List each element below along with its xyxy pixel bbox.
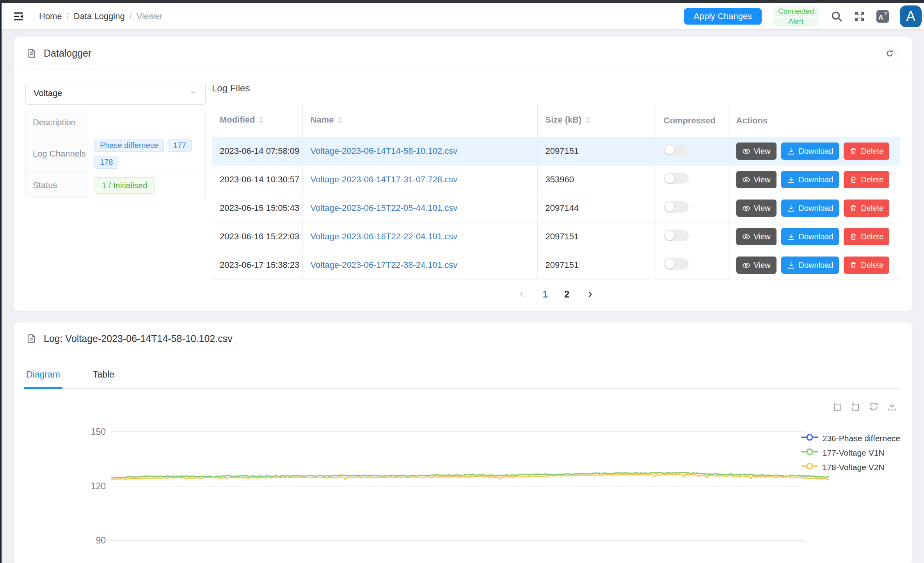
legend-item[interactable]: 178-Voltage V2N — [801, 462, 900, 472]
legend-item[interactable]: 177-Voltage V1N — [801, 448, 900, 458]
collapsed-sidebar — [0, 3, 2, 563]
cell-name: Voltage-2023-06-14T17-31-07.728.csv — [302, 166, 537, 194]
column-header[interactable]: Name — [302, 104, 537, 137]
download-button-label: Download — [799, 147, 833, 156]
delete-button-label: Delete — [861, 261, 883, 270]
sort-caret-icon[interactable] — [585, 116, 591, 126]
log-tabs: DiagramTable — [25, 369, 900, 389]
log-files-table: ModifiedNameSize (kB)CompressedActions 2… — [212, 104, 900, 280]
pagination-page[interactable]: 1 — [543, 289, 548, 300]
download-button[interactable]: Download — [781, 228, 839, 245]
channel-group-select[interactable]: Voltage — [25, 82, 206, 105]
pagination-next-icon[interactable] — [586, 290, 594, 299]
cell-modified: 2023-06-14 07:58:09 — [212, 137, 302, 166]
file-link[interactable]: Voltage-2023-06-17T22-38-24.101.csv — [311, 260, 458, 270]
breadcrumb-item[interactable]: Home — [39, 11, 62, 21]
pagination-prev-icon[interactable] — [518, 290, 526, 299]
cell-size: 2097144 — [537, 194, 656, 223]
delete-button-label: Delete — [861, 147, 883, 156]
breadcrumb-separator: / — [130, 11, 132, 21]
column-header: Compressed — [656, 104, 728, 137]
channel-panel: Voltage DescriptionLog ChannelsPhase dif… — [25, 82, 206, 300]
actions-cell: ViewDownloadDelete — [736, 228, 893, 245]
cell-name: Voltage-2023-06-17T22-38-24.101.csv — [302, 251, 537, 280]
file-link[interactable]: Voltage-2023-06-15T22-05-44.101.csv — [311, 203, 458, 213]
table-row: 2023-06-16 15:22:03Voltage-2023-06-16T22… — [212, 223, 900, 251]
cell-size: 2097151 — [537, 223, 656, 251]
status-badge: Connected — [773, 7, 819, 16]
page-content: Datalogger Voltage DescriptionLog Channe… — [2, 29, 924, 563]
delete-button[interactable]: Delete — [844, 200, 889, 217]
compressed-toggle[interactable] — [664, 201, 689, 213]
cell-actions: ViewDownloadDelete — [728, 251, 900, 280]
channel-properties: DescriptionLog ChannelsPhase differnece1… — [25, 110, 206, 198]
actions-cell: ViewDownloadDelete — [736, 200, 893, 217]
legend-item[interactable]: 236-Phase differnece — [801, 433, 900, 443]
compressed-toggle[interactable] — [664, 258, 689, 270]
delete-button[interactable]: Delete — [844, 257, 889, 274]
actions-cell: ViewDownloadDelete — [736, 143, 893, 160]
delete-button[interactable]: Delete — [844, 171, 889, 188]
y-axis-label: 150 — [91, 427, 106, 437]
column-header[interactable]: Size (kB) — [537, 104, 656, 137]
tab-diagram[interactable]: Diagram — [26, 369, 60, 388]
breadcrumb: Home/Data Logging/Viewer — [39, 11, 163, 21]
download-button-label: Download — [799, 232, 833, 241]
breadcrumb-item[interactable]: Data Logging — [74, 11, 125, 21]
column-header: Actions — [728, 104, 900, 137]
download-button[interactable]: Download — [781, 200, 839, 217]
cell-modified: 2023-06-17 15:38:23 — [212, 251, 302, 280]
cell-compressed — [656, 137, 728, 166]
channel-tag: 177 — [168, 139, 192, 152]
view-button[interactable]: View — [736, 143, 777, 160]
pagination-page[interactable]: 2 — [564, 289, 569, 300]
chart-legend: 236-Phase differnece177-Voltage V1N178-V… — [801, 433, 900, 472]
channel-group-selected: Voltage — [34, 88, 62, 98]
property-row: Log ChannelsPhase differnece177178 — [26, 135, 205, 173]
property-row: Status1 / Initialised — [26, 173, 205, 198]
legend-label: 236-Phase differnece — [823, 434, 900, 443]
delete-button[interactable]: Delete — [844, 228, 889, 245]
compressed-toggle[interactable] — [664, 173, 689, 184]
view-button[interactable]: View — [736, 228, 777, 245]
apply-changes-button[interactable]: Apply Changes — [684, 8, 762, 25]
delete-button-label: Delete — [861, 175, 883, 184]
compressed-toggle[interactable] — [664, 230, 689, 241]
legend-marker-icon — [801, 448, 819, 458]
column-header[interactable]: Modified — [212, 104, 302, 137]
file-link[interactable]: Voltage-2023-06-16T22-22-04.101.csv — [311, 232, 458, 241]
tab-table[interactable]: Table — [93, 369, 114, 388]
cell-compressed — [656, 223, 728, 251]
view-button[interactable]: View — [736, 257, 777, 274]
view-button[interactable]: View — [736, 200, 777, 217]
cell-compressed — [656, 166, 728, 194]
file-link[interactable]: Voltage-2023-06-14T14-58-10.102.csv — [311, 146, 458, 156]
sort-caret-icon[interactable] — [337, 116, 343, 126]
status-badge: Alert — [773, 17, 819, 26]
view-button-label: View — [754, 147, 771, 156]
file-link[interactable]: Voltage-2023-06-14T17-31-07.728.csv — [311, 175, 458, 184]
fullscreen-icon[interactable] — [854, 11, 865, 22]
compressed-toggle[interactable] — [664, 144, 689, 156]
cell-name: Voltage-2023-06-16T22-22-04.101.csv — [302, 223, 537, 251]
translate-icon[interactable]: A文 — [876, 10, 889, 23]
delete-button[interactable]: Delete — [844, 143, 889, 160]
download-button[interactable]: Download — [781, 171, 839, 188]
view-button-label: View — [754, 204, 771, 213]
search-icon[interactable] — [830, 10, 843, 23]
cell-actions: ViewDownloadDelete — [728, 137, 900, 166]
cell-modified: 2023-06-15 15:05:43 — [212, 194, 302, 223]
download-button[interactable]: Download — [781, 143, 839, 160]
property-label: Description — [26, 110, 88, 135]
cell-name: Voltage-2023-06-15T22-05-44.101.csv — [302, 194, 537, 223]
property-row: Description — [26, 110, 205, 135]
table-header-row: ModifiedNameSize (kB)CompressedActions — [212, 104, 900, 137]
avatar[interactable]: A — [900, 5, 922, 27]
menu-fold-icon[interactable] — [12, 11, 24, 22]
page-title: Datalogger — [44, 48, 91, 59]
refresh-button[interactable] — [881, 45, 899, 62]
download-button[interactable]: Download — [781, 257, 839, 274]
sort-caret-icon[interactable] — [258, 116, 264, 126]
cell-modified: 2023-06-16 15:22:03 — [212, 223, 302, 251]
view-button[interactable]: View — [736, 171, 777, 188]
